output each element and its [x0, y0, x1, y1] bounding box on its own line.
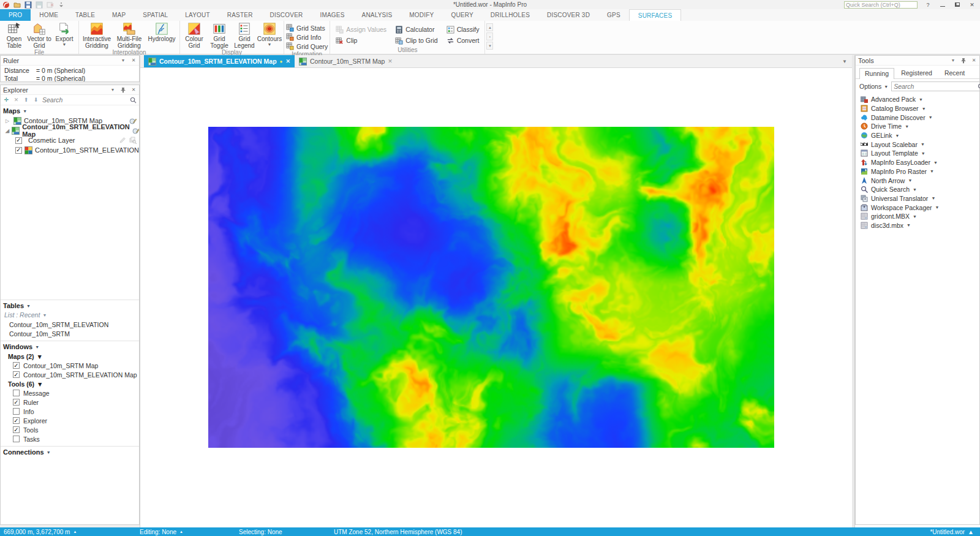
chevron-down-icon[interactable]: ▼: [931, 196, 935, 200]
window-list-item[interactable]: ✓Contour_10m_SRTM_ELEVATION Map: [1, 370, 139, 379]
chevron-down-icon[interactable]: ▼: [907, 223, 911, 227]
explorer-connections-header[interactable]: Connections▼: [1, 447, 139, 457]
chevron-down-icon[interactable]: ▼: [930, 169, 934, 173]
chevron-down-icon[interactable]: ▼: [935, 205, 940, 209]
classify-button[interactable]: Classify: [447, 25, 480, 34]
document-tab[interactable]: Contour_10m_SRTM Map✕: [295, 55, 397, 67]
ribbon-tab-analysis[interactable]: ANALYSIS: [353, 9, 401, 21]
grid-query-button[interactable]: Grid Query: [286, 42, 328, 51]
chevron-down-icon[interactable]: ▼: [929, 115, 933, 119]
elevation-raster-map[interactable]: [208, 127, 774, 448]
colour-grid-button[interactable]: Colour Grid: [182, 21, 206, 49]
ribbon-tab-spatial[interactable]: SPATIAL: [134, 9, 176, 21]
workspace-status[interactable]: *Untitled.wor▲: [930, 529, 980, 535]
close-icon[interactable]: ✕: [971, 58, 977, 64]
editing-status[interactable]: Editing: None▲: [136, 529, 235, 535]
hydrology-button[interactable]: Hydrology: [146, 21, 178, 47]
table-list-item[interactable]: Contour_10m_SRTM: [1, 329, 139, 338]
tool-list-item[interactable]: Universal Translator▼: [858, 194, 977, 203]
tool-list-item[interactable]: GELink▼: [858, 131, 977, 140]
tool-list-item[interactable]: Quick Search▼: [858, 185, 977, 194]
tools-tab-recent[interactable]: Recent: [939, 67, 970, 78]
mapinfo-logo-icon[interactable]: [2, 1, 10, 9]
tool-window-list-item[interactable]: Info: [1, 407, 139, 416]
tools-tab-running[interactable]: Running: [859, 68, 894, 79]
checkbox[interactable]: ✓: [13, 399, 20, 406]
ribbon-tab-surfaces[interactable]: SURFACES: [629, 9, 682, 21]
panel-menu-icon[interactable]: ▾: [950, 58, 956, 64]
tool-window-list-item[interactable]: ✓Explorer: [1, 416, 139, 425]
tool-list-item[interactable]: Catalog Browser▼: [858, 104, 977, 113]
remove-item-icon[interactable]: ✕: [13, 97, 20, 104]
tool-window-list-item[interactable]: ✓Tools: [1, 425, 139, 434]
tool-list-item[interactable]: gridcont.MBX▼: [858, 212, 977, 221]
close-icon[interactable]: ✕: [130, 58, 137, 64]
minimize-button[interactable]: [938, 2, 947, 8]
save-workspace-icon[interactable]: [24, 1, 32, 9]
scroll-up-icon[interactable]: ▲: [486, 23, 493, 31]
tools-options-button[interactable]: Options▼: [859, 83, 888, 90]
search-icon[interactable]: [978, 83, 980, 90]
vector-to-grid-button[interactable]: Vector to Grid: [27, 21, 51, 49]
tools-search-input[interactable]: [894, 83, 978, 90]
chevron-down-icon[interactable]: ▼: [913, 214, 917, 219]
ribbon-tab-images[interactable]: IMAGES: [311, 9, 353, 21]
tool-window-list-item[interactable]: ✓Ruler: [1, 398, 139, 407]
multi-file-gridding-button[interactable]: Multi-File Gridding: [113, 21, 145, 49]
chevron-down-icon[interactable]: ▼: [922, 107, 926, 111]
clip-to-grid-button[interactable]: Clip to Grid: [395, 36, 438, 45]
tool-list-item[interactable]: North Arrow▼: [858, 176, 977, 185]
tool-window-list-item[interactable]: Tasks: [1, 434, 139, 444]
explorer-search-input[interactable]: [42, 96, 127, 104]
ribbon-tab-gps[interactable]: GPS: [598, 9, 629, 21]
explorer-maps-header[interactable]: Maps▼: [1, 105, 139, 116]
ribbon-tab-table[interactable]: TABLE: [67, 9, 104, 21]
open-table-button[interactable]: Open Table: [2, 21, 26, 49]
ribbon-tab-map[interactable]: MAP: [104, 9, 134, 21]
tool-list-item[interactable]: Layout Template▼: [858, 149, 977, 158]
chevron-down-icon[interactable]: ▼: [921, 151, 925, 156]
pin-icon[interactable]: [120, 87, 126, 93]
checkbox[interactable]: [13, 436, 20, 442]
tools-tab-registered[interactable]: Registered: [895, 67, 938, 78]
checkbox[interactable]: [13, 408, 20, 415]
windows-tools-header[interactable]: Tools (6)▼: [1, 379, 139, 388]
tool-list-item[interactable]: Datamine Discover▼: [858, 113, 977, 122]
grid-toggle-button[interactable]: Grid Toggle: [207, 21, 232, 49]
scroll-down-icon[interactable]: ▼: [486, 42, 493, 50]
layer-control-icon[interactable]: [132, 127, 139, 134]
pin-icon[interactable]: [960, 58, 967, 64]
checkbox[interactable]: ✓: [13, 417, 20, 424]
projection-status[interactable]: UTM Zone 52, Northern Hemisphere (WGS 84…: [330, 529, 466, 535]
export-button[interactable]: Export▼: [52, 21, 77, 47]
ribbon-tab-query[interactable]: QUERY: [442, 9, 481, 21]
map-tree-item[interactable]: ◢Contour_10m_SRTM_ELEVATION Map: [1, 126, 139, 135]
tool-list-item[interactable]: disc3d.mbx▼: [858, 221, 977, 230]
window-list-dropdown-icon[interactable]: ▼: [842, 55, 852, 67]
chevron-down-icon[interactable]: ▼: [921, 142, 925, 146]
edit-pencil-icon[interactable]: [119, 137, 126, 144]
chevron-down-icon[interactable]: ▼: [919, 97, 923, 102]
checkbox[interactable]: ✓: [13, 362, 20, 369]
contours-button[interactable]: Contours▼: [257, 21, 282, 47]
cursor-position-status[interactable]: 669,000 m, 3,672,700 m▲: [0, 529, 136, 535]
grid-stats-button[interactable]: Grid Stats: [286, 23, 325, 32]
zoom-layer-icon[interactable]: [129, 137, 137, 144]
layer-tree-item[interactable]: ✓Contour_10m_SRTM_ELEVATION: [1, 145, 139, 155]
tool-list-item[interactable]: MapInfo EasyLoader▼: [858, 158, 977, 167]
panel-menu-icon[interactable]: ▾: [120, 58, 126, 64]
move-down-icon[interactable]: ⬇: [32, 97, 39, 104]
ribbon-tab-home[interactable]: HOME: [31, 9, 67, 21]
search-icon[interactable]: [130, 97, 137, 104]
tool-list-item[interactable]: Drive Time▼: [858, 122, 977, 131]
checkbox[interactable]: ✓: [13, 371, 20, 378]
grid-info-button[interactable]: Grid Info: [286, 32, 321, 42]
close-icon[interactable]: ✕: [130, 87, 137, 93]
panel-menu-icon[interactable]: ▾: [110, 87, 116, 93]
scroll-thumb[interactable]: •: [486, 32, 493, 40]
chevron-down-icon[interactable]: ▼: [913, 187, 917, 192]
explorer-windows-header[interactable]: Windows▼: [1, 341, 139, 352]
layer-control-icon[interactable]: [129, 117, 137, 124]
move-up-icon[interactable]: ⬆: [23, 97, 29, 104]
calculator-button[interactable]: Calculator: [395, 25, 438, 34]
